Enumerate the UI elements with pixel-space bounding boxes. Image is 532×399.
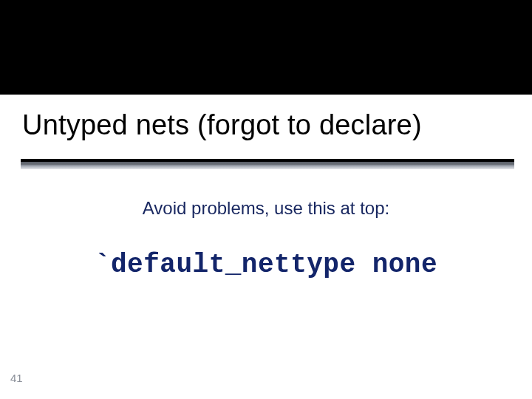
code-line: `default_nettype none	[0, 250, 532, 280]
slide-subtitle: Avoid problems, use this at top:	[0, 198, 532, 219]
slide: Untyped nets (forgot to declare) Avoid p…	[0, 0, 532, 399]
top-black-band	[0, 0, 532, 95]
page-number: 41	[10, 372, 23, 384]
title-underline-rule	[21, 159, 514, 169]
slide-title: Untyped nets (forgot to declare)	[22, 109, 422, 141]
